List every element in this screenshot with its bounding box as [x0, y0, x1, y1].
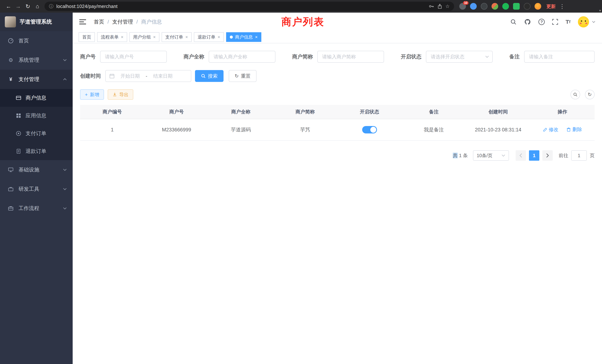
toggle-search-icon[interactable] — [570, 90, 580, 99]
col-actions: 操作 — [530, 105, 595, 119]
close-icon[interactable]: × — [218, 35, 220, 39]
export-button[interactable]: 导出 — [108, 89, 133, 100]
goto-page-input[interactable] — [571, 150, 587, 161]
page-number-button[interactable]: 1 — [529, 150, 539, 161]
font-size-icon[interactable]: TT — [566, 19, 570, 25]
full-name-input[interactable] — [209, 51, 275, 63]
add-button[interactable]: + 新增 — [80, 89, 104, 100]
breadcrumb: 首页 / 支付管理 / 商户信息 — [94, 18, 162, 25]
puzzle-extension-icon[interactable]: 10 — [459, 3, 466, 10]
filter-label: 商户全称 — [183, 53, 204, 60]
sidebar-item-workflow[interactable]: 工作流程 — [0, 199, 73, 218]
edit-link[interactable]: 修改 — [543, 126, 559, 133]
sidebar-item-payment[interactable]: ¥ 支付管理 — [0, 70, 73, 89]
fullscreen-icon[interactable] — [552, 19, 558, 25]
main-area: 首页 / 支付管理 / 商户信息 商户列表 ? — [73, 13, 602, 364]
sidebar-item-app-info[interactable]: 应用信息 — [0, 107, 73, 125]
status-toggle[interactable] — [362, 126, 377, 133]
sidebar-item-merchant-info[interactable]: 商户信息 — [0, 89, 73, 107]
browser-menu-icon[interactable]: ⋮ — [559, 3, 565, 10]
status-select[interactable] — [426, 51, 493, 63]
start-date-input[interactable] — [117, 73, 143, 79]
toolbar-caret-icon[interactable]: ▾ — [599, 9, 601, 13]
filter-label: 商户简称 — [292, 53, 313, 60]
sidebar-item-home[interactable]: 首页 — [0, 31, 73, 50]
reset-button[interactable]: ↻ 重置 — [229, 70, 257, 82]
page-size-select[interactable]: 10条/页 — [473, 150, 509, 161]
toolbox-icon — [7, 186, 14, 192]
address-bar[interactable]: ⓘ localhost:1024/pay/merchant ☆ — [44, 2, 454, 11]
sidebar-item-infrastructure[interactable]: 基础设施 — [0, 160, 73, 179]
sidebar-item-pay-orders[interactable]: 支付订单 — [0, 125, 73, 142]
close-icon[interactable]: × — [185, 35, 188, 39]
monitor-icon — [7, 167, 14, 172]
prev-page-button[interactable] — [516, 150, 526, 161]
tab-user-group[interactable]: 用户分组 × — [129, 32, 159, 42]
hamburger-icon[interactable] — [79, 19, 86, 25]
merchant-no-input[interactable] — [100, 51, 167, 63]
avatar-cheek — [580, 23, 582, 24]
date-range-picker[interactable]: - — [105, 70, 191, 82]
toolbar-right: ↻ — [570, 90, 595, 99]
refresh-table-icon[interactable]: ↻ — [585, 90, 595, 99]
dark-extension-icon[interactable] — [481, 3, 487, 10]
pagination: 共 1 条 10条/页 1 前 — [80, 150, 595, 161]
green-circle-extension-icon[interactable] — [502, 3, 509, 10]
sidebar-item-refund-orders[interactable]: 退款订单 — [0, 142, 73, 160]
breadcrumb-separator: / — [108, 19, 109, 25]
profile-avatar-icon[interactable] — [535, 3, 541, 10]
delete-link[interactable]: 删除 — [566, 126, 582, 133]
bookmark-star-icon[interactable]: ☆ — [445, 3, 450, 9]
col-short-name: 商户简称 — [273, 105, 337, 119]
info-icon[interactable]: ⓘ — [49, 3, 53, 9]
close-icon[interactable]: × — [153, 35, 156, 39]
avatar-caret-icon[interactable] — [592, 21, 595, 23]
help-icon[interactable]: ? — [538, 19, 545, 25]
close-icon[interactable]: × — [255, 35, 258, 39]
user-avatar[interactable] — [578, 16, 589, 27]
pagination-total-prefix: 共 — [453, 153, 458, 158]
gear-icon: ⚙ — [7, 57, 14, 63]
notes-extension-icon[interactable] — [513, 3, 520, 10]
end-date-input[interactable] — [150, 73, 176, 79]
url-text[interactable]: localhost:1024/pay/merchant — [56, 4, 118, 9]
reload-icon[interactable]: ↻ — [23, 1, 33, 11]
breadcrumb-payment[interactable]: 支付管理 — [112, 18, 133, 25]
tab-pay-orders[interactable]: 支付订单 × — [162, 32, 192, 42]
next-page-button[interactable] — [542, 150, 553, 161]
home-icon[interactable]: ⌂ — [33, 1, 42, 11]
close-icon[interactable]: × — [121, 35, 123, 39]
breadcrumb-home[interactable]: 首页 — [94, 18, 104, 25]
sidebar-item-system[interactable]: ⚙ 系统管理 — [0, 50, 73, 70]
status-select-input[interactable] — [426, 51, 493, 63]
sidebar-item-dev-tools[interactable]: 研发工具 — [0, 179, 73, 199]
avatar-extension-icon[interactable] — [492, 3, 498, 10]
share-icon[interactable] — [437, 3, 442, 9]
drop-extension-icon[interactable] — [470, 3, 477, 10]
tab-refund-orders[interactable]: 退款订单 × — [194, 32, 224, 42]
extension-badge: 10 — [463, 1, 469, 5]
tab-home[interactable]: 首页 — [79, 32, 95, 42]
goto-label: 前往 — [559, 152, 568, 159]
navbar-actions: ? TT — [510, 16, 595, 27]
cell-status — [337, 119, 402, 140]
search-button-label: 搜索 — [208, 73, 218, 79]
search-icon[interactable] — [510, 19, 516, 25]
pin-extension-icon[interactable] — [524, 3, 530, 10]
browser-update-button[interactable]: 更新 — [546, 3, 556, 10]
github-icon[interactable] — [524, 19, 531, 25]
key-icon[interactable] — [429, 3, 434, 9]
cell-remark: 我是备注 — [402, 119, 466, 140]
sidebar-item-label: 系统管理 — [19, 56, 39, 64]
tab-merchant-info[interactable]: 商户信息 × — [226, 32, 261, 42]
tab-process-form[interactable]: 流程表单 × — [97, 32, 127, 42]
back-icon[interactable]: ← — [4, 1, 13, 11]
filter-full-name: 商户全称 — [183, 51, 275, 63]
remark-input[interactable] — [524, 51, 595, 63]
pagination-total: 共 1 条 — [453, 152, 468, 159]
search-button[interactable]: 搜索 — [195, 70, 224, 82]
forward-icon[interactable]: → — [13, 1, 23, 11]
grid-icon — [16, 113, 22, 118]
short-name-input[interactable] — [317, 51, 384, 63]
target-icon — [16, 131, 22, 136]
